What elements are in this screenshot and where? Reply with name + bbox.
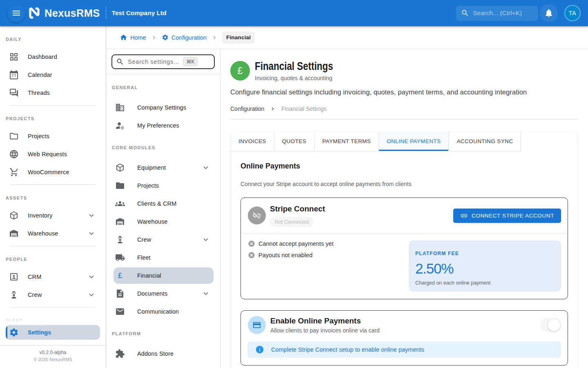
link-off-icon (252, 211, 261, 220)
settings-item-label: Clients & CRM (137, 200, 210, 207)
threads-icon (9, 88, 19, 98)
mail-icon (115, 307, 125, 316)
breadcrumb-home[interactable]: Home (120, 34, 146, 41)
search-placeholder: Search... (Ctrl+K) (473, 9, 522, 17)
pound-icon: £ (115, 271, 125, 280)
chevron-right-icon (150, 34, 158, 41)
chevron-down-icon (87, 290, 96, 299)
settings-item-warehouse[interactable]: Warehouse (114, 213, 214, 231)
settings-item-projects[interactable]: Projects (114, 177, 214, 195)
warehouse-icon (115, 217, 125, 227)
cancel-icon (248, 251, 255, 259)
stripe-connect-card: Stripe Connect Not Connected CONNECT STR… (241, 197, 568, 299)
bell-icon (544, 8, 554, 18)
chevron-down-icon (201, 163, 210, 172)
breadcrumb-configuration[interactable]: Configuration (162, 34, 207, 41)
tab-accounting-sync[interactable]: ACCOUNTING SYNC (449, 132, 521, 151)
main-sidebar: DAILY Dashboard Calendar Threads PROJECT… (0, 26, 106, 368)
company-name: Test Company Ltd (112, 9, 167, 17)
header-divider (106, 7, 106, 19)
folder-icon (9, 131, 19, 141)
sidebar-item-calendar[interactable]: Calendar (0, 66, 106, 84)
status-item-payments: Cannot accept payments yet (248, 238, 409, 249)
stripe-setup-alert-text: Complete Stripe Connect setup to enable … (271, 346, 424, 353)
settings-item-documents[interactable]: Documents (114, 285, 214, 303)
online-payments-subheading: Connect your Stripe account to accept on… (241, 180, 568, 188)
page-subtitle: Invoicing, quotes & accounting (255, 74, 353, 82)
settings-item-fleet[interactable]: Fleet (114, 249, 214, 267)
info-icon (255, 345, 264, 354)
sidebar-fade-overlay (0, 312, 106, 323)
global-search-input[interactable]: Search... (Ctrl+K) (456, 6, 538, 21)
sidebar-item-crew[interactable]: Crew (0, 286, 106, 304)
contact-card-icon (9, 272, 19, 282)
breadcrumb: Home Configuration Financial (106, 26, 588, 49)
sidebar-item-dashboard[interactable]: Dashboard (0, 48, 106, 66)
settings-item-addons-store[interactable]: Addons Store (114, 345, 214, 363)
settings-section-core-modules: CORE MODULES (112, 144, 214, 151)
sidebar-item-warehouse[interactable]: Warehouse (0, 224, 106, 242)
credit-card-icon (252, 321, 261, 330)
document-icon (115, 289, 125, 298)
search-icon (461, 9, 469, 17)
settings-item-clients-crm[interactable]: Clients & CRM (114, 195, 214, 213)
sidebar-item-label: Inventory (28, 212, 87, 219)
sidebar-item-label: Dashboard (28, 54, 96, 60)
chevron-right-icon (270, 105, 276, 112)
sidebar-item-woocommerce[interactable]: WooCommerce (0, 163, 106, 181)
page-breadcrumb-parent[interactable]: Configuration (230, 105, 264, 112)
active-indicator-bar (6, 325, 7, 340)
settings-item-communication[interactable]: Communication (114, 303, 214, 321)
settings-item-my-preferences[interactable]: My Preferences (114, 117, 214, 135)
settings-item-label: Documents (137, 290, 201, 297)
connect-stripe-button[interactable]: CONNECT STRIPE ACCOUNT (453, 209, 561, 223)
stripe-setup-alert: Complete Stripe Connect setup to enable … (247, 341, 561, 358)
page-description: Configure financial settings including i… (230, 88, 578, 96)
breadcrumb-current: Financial (222, 31, 255, 44)
home-icon (120, 34, 127, 41)
sidebar-section-people: PEOPLE (6, 256, 100, 263)
settings-item-financial[interactable]: £ Financial (114, 267, 214, 284)
chevron-down-icon (87, 229, 96, 238)
notifications-button[interactable] (540, 4, 558, 22)
financial-settings-avatar: £ (230, 61, 250, 81)
sidebar-divider (10, 105, 96, 105)
sidebar-divider (10, 246, 96, 246)
settings-item-label: Communication (137, 308, 210, 315)
tab-quotes[interactable]: QUOTES (274, 132, 314, 151)
sidebar-item-projects[interactable]: Projects (0, 127, 106, 145)
sidebar-item-inventory[interactable]: Inventory (0, 206, 106, 224)
sidebar-item-crm[interactable]: CRM (0, 268, 106, 286)
folder-filled-icon (115, 181, 125, 191)
app-title: NexusRMS (45, 7, 100, 19)
settings-item-crew[interactable]: Crew (114, 231, 214, 249)
settings-item-equipment[interactable]: Equipment (114, 159, 214, 177)
chevron-down-icon (201, 289, 210, 298)
sidebar-item-threads[interactable]: Threads (0, 84, 106, 102)
settings-sidebar: Search settings... ⌘K GENERAL Company Se… (106, 49, 220, 368)
menu-icon (11, 8, 21, 18)
tab-online-payments[interactable]: ONLINE PAYMENTS (379, 132, 449, 151)
platform-fee-label: PLATFORM FEE (415, 250, 555, 257)
chevron-down-icon (87, 211, 96, 220)
sidebar-item-label: Crew (28, 292, 87, 298)
puzzle-icon (115, 349, 125, 359)
sidebar-item-settings[interactable]: Settings (6, 325, 100, 340)
menu-button[interactable] (7, 4, 25, 22)
settings-item-company-settings[interactable]: Company Settings (114, 99, 214, 117)
tab-invoices[interactable]: INVOICES (231, 132, 274, 151)
crew-icon (9, 290, 19, 300)
sidebar-section-projects: PROJECTS (6, 115, 100, 122)
stripe-status-avatar (248, 206, 266, 224)
user-avatar[interactable]: TA (564, 5, 581, 21)
cancel-icon (248, 240, 255, 247)
chevron-down-icon (201, 235, 210, 244)
sidebar-item-web-requests[interactable]: Web Requests (0, 145, 106, 163)
globe-icon (9, 149, 19, 159)
enable-payments-toggle[interactable] (540, 318, 561, 332)
settings-search-placeholder: Search settings... (128, 58, 179, 65)
stripe-status-chip: Not Connected (270, 217, 314, 227)
settings-search-input[interactable]: Search settings... ⌘K (111, 54, 215, 69)
sidebar-item-label: CRM (28, 274, 87, 280)
tab-payment-terms[interactable]: PAYMENT TERMS (314, 132, 379, 151)
